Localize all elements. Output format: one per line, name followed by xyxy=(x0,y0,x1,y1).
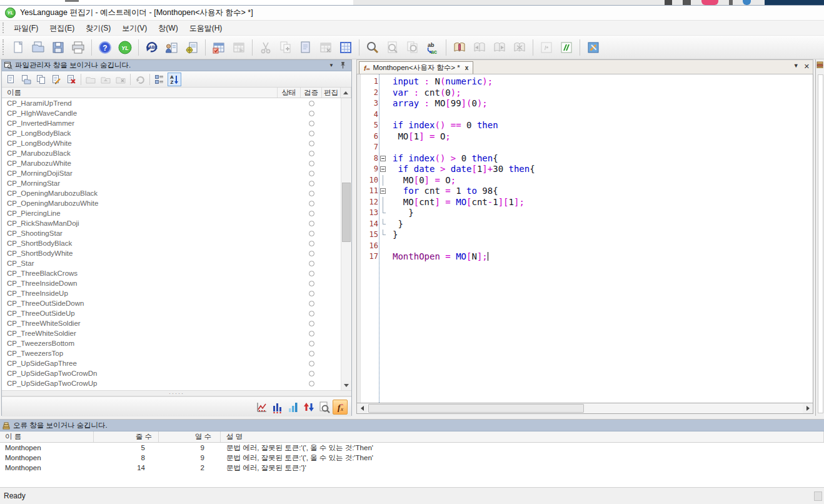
indicator-filter-icon[interactable] xyxy=(254,400,269,415)
column-verify[interactable]: 검증 xyxy=(301,88,322,98)
file-list-item[interactable]: CP_ThreeBlackCrows xyxy=(2,268,351,278)
menu-item-s[interactable]: 찾기(S) xyxy=(80,22,116,34)
file-list-item[interactable]: CP_TreeWhiteSoldier xyxy=(2,328,351,338)
panel-pin-button[interactable] xyxy=(337,61,349,70)
fold-collapse-icon[interactable] xyxy=(378,186,387,197)
error-column-name[interactable]: 이 름 xyxy=(0,431,94,442)
table-apply-icon[interactable] xyxy=(210,39,228,56)
delete-file-icon[interactable] xyxy=(64,73,78,86)
tabbar-close-icon[interactable]: ✕ xyxy=(804,63,810,71)
file-list-item[interactable]: CP_MorningStar xyxy=(2,178,351,188)
file-list-item[interactable]: CP_TweezersBottom xyxy=(2,338,351,348)
code-text xyxy=(387,142,393,153)
scroll-down-button[interactable] xyxy=(341,380,351,390)
save-icon[interactable] xyxy=(49,39,67,56)
file-list-item[interactable]: CP_UpSideGapTwoCrowDn xyxy=(2,368,351,378)
file-list-item[interactable]: CP_LongBodyWhite xyxy=(2,138,351,148)
column-status[interactable]: 상태 xyxy=(278,88,301,98)
tab-list-dropdown-icon[interactable]: ▼ xyxy=(793,63,799,71)
help-icon[interactable]: ? xyxy=(96,39,114,56)
file-list-item[interactable]: CP_ThreeOutSideDown xyxy=(2,298,351,308)
file-list-item[interactable]: CP_ThreeInsideDown xyxy=(2,278,351,288)
scrollbar-thumb[interactable] xyxy=(342,183,351,242)
column-edit[interactable]: 편집 xyxy=(322,88,341,98)
error-row[interactable]: Monthopen142문법 에러, 잘못된 토큰:'}' xyxy=(0,463,824,473)
file-list-item[interactable]: CP_MarubozuWhite xyxy=(2,158,351,168)
bookmark-icon[interactable] xyxy=(451,39,468,56)
scroll-up-button[interactable] xyxy=(341,88,351,98)
replace-icon[interactable]: abac xyxy=(424,39,441,56)
file-list-item[interactable]: CP_OpeningMarubozuBlack xyxy=(2,188,351,198)
function-fx-filter-icon[interactable]: fx xyxy=(333,400,348,415)
file-list-item[interactable]: CP_PiercingLine xyxy=(2,208,351,218)
view-group-icon[interactable] xyxy=(153,73,166,86)
build-verify-icon[interactable] xyxy=(183,39,201,56)
file-list-item[interactable]: CP_RickShawManDoji xyxy=(2,218,351,228)
file-list-item[interactable]: CP_Star xyxy=(2,258,351,268)
open-folder-icon[interactable] xyxy=(29,39,47,56)
file-list-item[interactable]: CP_TweezersTop xyxy=(2,348,351,358)
menu-item-w[interactable]: 창(W) xyxy=(153,22,183,34)
copy-file-icon[interactable] xyxy=(34,73,48,86)
rename-file-icon[interactable] xyxy=(49,73,63,86)
error-row[interactable]: Monthopen89문법 에러, 잘못된 토큰:'(', 올 수 있는 것:'… xyxy=(0,453,824,463)
file-list-item[interactable]: CP_UpSideGapTwoCrowUp xyxy=(2,378,351,388)
signal-filter-icon[interactable] xyxy=(270,400,285,415)
new-file-icon[interactable] xyxy=(4,73,18,86)
file-name: CP_UpSideGapThree xyxy=(2,360,278,367)
comment-line-icon[interactable] xyxy=(558,39,575,56)
file-list-item[interactable]: CP_HaramiUpTrend xyxy=(2,98,351,108)
file-list-item[interactable]: CP_ShortBodyBlack xyxy=(2,238,351,248)
sort-az-icon[interactable]: AZ xyxy=(168,73,181,86)
paste-doc-icon[interactable] xyxy=(297,39,314,56)
file-list-item[interactable]: CP_ThreeInsideUp xyxy=(2,288,351,298)
error-column-line[interactable]: 줄 수 xyxy=(94,431,159,442)
grid-view-icon[interactable] xyxy=(337,39,354,56)
editor-tab-monthopen[interactable]: f∞ Monthopen<사용자 함수> * x xyxy=(359,61,473,74)
file-list-item[interactable]: CP_ThreeWhiteSoldier xyxy=(2,318,351,328)
menu-item-e[interactable]: 편집(E) xyxy=(44,22,80,34)
panel-splitter[interactable]: ····· xyxy=(2,390,351,396)
code-area[interactable]: 1input : N(numeric);2var : cnt(0);3array… xyxy=(356,74,813,403)
user-function-icon[interactable] xyxy=(163,39,181,56)
tab-close-icon[interactable]: x xyxy=(465,64,469,71)
menu-item-v[interactable]: 보기(V) xyxy=(116,22,153,34)
file-list-item[interactable]: CP_MarubozuBlack xyxy=(2,148,351,158)
file-list-scrollbar[interactable] xyxy=(341,98,351,390)
file-list-item[interactable]: CP_ShootingStar xyxy=(2,228,351,238)
file-list-item[interactable]: CP_LongBodyBlack xyxy=(2,128,351,138)
find-icon[interactable] xyxy=(364,39,381,56)
menu-item-f[interactable]: 파일(F) xyxy=(8,22,44,34)
chart-bars-filter-icon[interactable] xyxy=(286,400,301,415)
hscrollbar-thumb[interactable] xyxy=(368,404,584,413)
file-list-item[interactable]: CP_MorningDojiStar xyxy=(2,168,351,178)
file-list-item[interactable]: CP_OpeningMarubozuWhite xyxy=(2,198,351,208)
print-icon[interactable] xyxy=(69,39,87,56)
error-row[interactable]: Monthopen59문법 에러, 잘못된 토큰:'(', 올 수 있는 것:'… xyxy=(0,443,824,453)
tools-options-icon[interactable] xyxy=(585,39,602,56)
new-folder-icon[interactable] xyxy=(19,73,33,86)
error-column-desc[interactable]: 설 명 xyxy=(221,431,824,442)
file-list-item[interactable]: CP_UpSideGapThree xyxy=(2,358,351,368)
panel-dropdown-button[interactable]: ▼ xyxy=(326,63,337,68)
error-column-col[interactable]: 열 수 xyxy=(159,431,221,442)
file-list-item[interactable]: CP_InvertedHammer xyxy=(2,118,351,128)
toolbar-grip[interactable] xyxy=(3,39,6,56)
new-document-icon[interactable] xyxy=(9,39,27,56)
search-doc-filter-icon[interactable] xyxy=(317,400,332,415)
fold-collapse-icon[interactable] xyxy=(378,153,387,164)
fold-collapse-icon[interactable] xyxy=(378,164,387,175)
up-down-filter-icon[interactable] xyxy=(301,400,316,415)
svg-text:x: x xyxy=(340,406,343,412)
file-list-item[interactable]: CP_HIghWaveCandle xyxy=(2,108,351,118)
menu-grip[interactable] xyxy=(3,23,6,33)
file-list-item[interactable]: CP_ThreeOutSideUp xyxy=(2,308,351,318)
scroll-left-button[interactable] xyxy=(357,404,367,413)
menu-item-h[interactable]: 도움말(H) xyxy=(184,22,228,34)
yeslanguage-logo-icon[interactable]: YL xyxy=(116,39,134,56)
scroll-right-button[interactable] xyxy=(803,404,813,413)
spell-check-icon[interactable]: ABC xyxy=(143,39,161,56)
file-list-item[interactable]: CP_ShortBodyWhite xyxy=(2,248,351,258)
column-name[interactable]: 이름 xyxy=(2,88,278,98)
editor-horizontal-scrollbar[interactable] xyxy=(356,403,813,414)
